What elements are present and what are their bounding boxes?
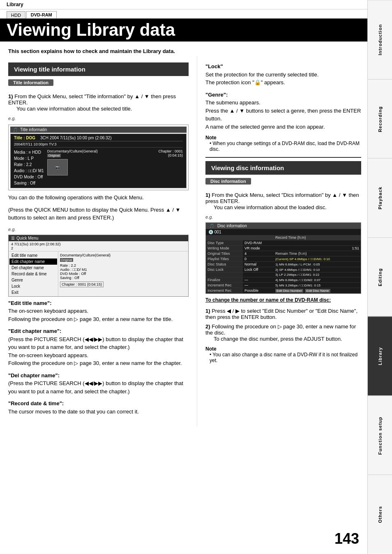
- section-divider: [205, 157, 361, 158]
- menu-item-exit[interactable]: Exit: [9, 289, 57, 295]
- sidebar-playback: Playback: [368, 158, 392, 238]
- eg-label-2: e.g.: [8, 226, 189, 232]
- body-text-1: You can do the following operations with…: [8, 194, 189, 202]
- menu-item-lock[interactable]: Lock: [9, 283, 57, 289]
- table-row: Finalize — 4) MN 6.0Mbps / □□D/M2: 0:07: [206, 277, 361, 283]
- table-row: Disc Type DVD-RAM: [206, 240, 361, 246]
- sidebar-recording: Recording: [368, 79, 392, 159]
- del-chapter-section: "Del chapter name": (Press the PICTURE S…: [8, 372, 189, 396]
- table-row: Playlist Titles 0 (Current) SP 4.6Mbps /…: [206, 256, 361, 262]
- table-row: Disc Lock Lock Off 2) SP 4.6Mbps / □□D/M…: [206, 267, 361, 272]
- note-2: Note • You can also change a disc name o…: [205, 346, 361, 363]
- quick-menu-display: ☰ Quick Menu 4 7/11(Su) 10:00 pm (2:06:3…: [8, 235, 189, 297]
- top-bar: Library: [0, 0, 392, 9]
- title-info-badge: Title information: [8, 79, 53, 86]
- genre-section: "Genre": The submenu appears. Press the …: [205, 91, 361, 131]
- eg-label-1: e.g.: [8, 115, 189, 121]
- tab-dvdram[interactable]: DVD-RAM: [26, 11, 57, 18]
- table-row: Original Titles 4 Remain Time (h:m): [206, 251, 361, 256]
- disc-change-step1: 1) Press ◀ / ▶ to select "Edit Disc Numb…: [205, 308, 361, 320]
- left-section-title: Viewing title information: [8, 62, 189, 76]
- note-1: Note • When you change settings of a DVD…: [205, 135, 361, 152]
- disc-menu-icon: 🎵: [209, 224, 214, 228]
- tab-row: HDD DVD-RAM: [0, 9, 392, 18]
- disc-change-step2: 2) Following the procedure on ▷ page 30,…: [205, 323, 361, 342]
- main-content: Viewing title information Title informat…: [0, 56, 392, 426]
- menu-item-genre[interactable]: Genre: [9, 277, 57, 283]
- disc-table-header-row: Record Time (h:m): [206, 235, 361, 240]
- title-info-display: 🎵 Title informatin Title : DOG 3CH 2004 …: [8, 125, 189, 190]
- menu-icon: ☰: [11, 236, 15, 240]
- disc-info-badge: Disc information: [205, 178, 251, 185]
- page-title: Viewing Library data: [0, 18, 392, 42]
- sidebar-function-setup: Function setup: [368, 396, 392, 475]
- left-step1: 1) From the Quick Menu, select "Title in…: [8, 93, 189, 112]
- table-row: Increment Rec — 5) MN 3.2Mbps / □□D/M1: …: [206, 283, 361, 288]
- body-text-2: (Press the QUICK MENU button to display …: [8, 206, 189, 222]
- right-sidebar: Introduction Recording Playback Editing …: [367, 0, 392, 554]
- library-label: Library: [7, 2, 23, 7]
- disc-section-title: Viewing disc information: [205, 161, 361, 175]
- left-column: Viewing title information Title informat…: [0, 56, 197, 426]
- sidebar-editing: Editing: [368, 238, 392, 317]
- change-section: To change the number or name of the DVD-…: [205, 296, 361, 304]
- edit-chapter-section: "Edit chapter name": (Press the PICTURE …: [8, 327, 189, 367]
- edit-disc-name-btn[interactable]: Edit Disc Name: [305, 289, 330, 293]
- page-number: 143: [334, 530, 359, 547]
- edit-disc-number-btn[interactable]: Edit Disc Number: [275, 289, 303, 293]
- subtitle: This section explains how to check and m…: [0, 45, 392, 56]
- tab-hdd[interactable]: HDD: [7, 11, 25, 18]
- lock-section: "Lock" Set the protection for the curren…: [205, 62, 361, 87]
- sidebar-library: Library: [368, 316, 392, 396]
- disc-table: Record Time (h:m) Disc Type DVD-RAM Writ…: [206, 235, 361, 293]
- sidebar-introduction: Introduction: [368, 0, 392, 79]
- edit-title-section: "Edit title name": The on-screen keyboar…: [8, 299, 189, 323]
- sidebar-others: Others: [368, 475, 392, 554]
- concert-icon: 🎵: [13, 127, 18, 132]
- menu-item-del-chapter[interactable]: Del chapter name: [9, 265, 57, 271]
- table-row: Writing Mode VR mode 1:51: [206, 246, 361, 251]
- eg-label-disc: e.g.: [205, 214, 361, 220]
- menu-item-edit-title[interactable]: Edit title name: [9, 252, 57, 259]
- disc-step1: 1) From the Quick Menu, select "Dics inf…: [205, 192, 361, 210]
- disc-icon: 💿: [208, 230, 213, 234]
- table-row: Disc Status Normal 1) MN 6.6Mbps / L-PCM…: [206, 262, 361, 267]
- disc-info-display: 🎵 Disc information 💿 001 Record Time (h:…: [205, 222, 361, 294]
- menu-item-edit-chapter[interactable]: Edit chapter name: [9, 259, 57, 265]
- record-date-section: "Record date & time": The cursor moves t…: [8, 399, 189, 416]
- table-row: Increment Rec Possible Edit Disc Number …: [206, 288, 361, 293]
- table-row: 3) LP 2.2Mbps / □□D/M1: 0:22: [206, 272, 361, 277]
- right-column: "Lock" Set the protection for the curren…: [197, 56, 392, 426]
- menu-item-record-date[interactable]: Record date & time: [9, 271, 57, 277]
